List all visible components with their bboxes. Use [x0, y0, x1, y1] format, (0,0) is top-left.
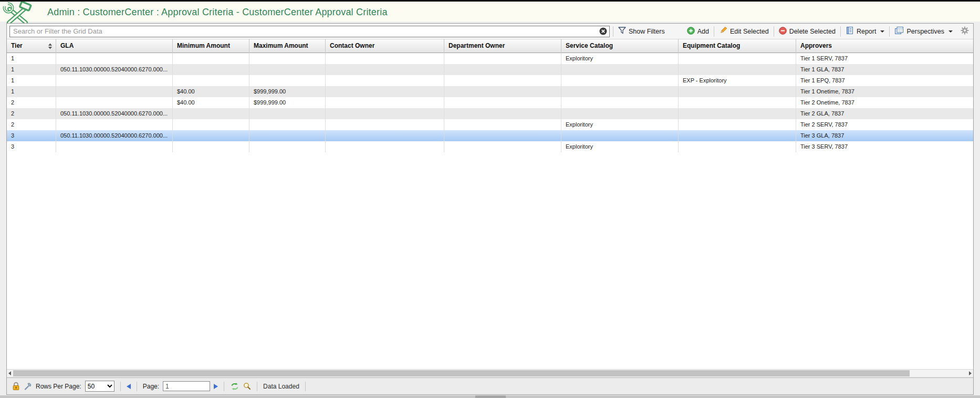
- report-button[interactable]: Report: [844, 25, 887, 37]
- perspectives-caret-icon: [948, 30, 953, 33]
- grid-cell: 3: [7, 130, 56, 141]
- grid-cell: Tier 3 GLA, 7837: [796, 130, 973, 141]
- window-horizontal-scrollbar[interactable]: [0, 395, 980, 398]
- column-header-label: Minimum Amount: [177, 42, 230, 49]
- grid-cell: [173, 64, 249, 75]
- table-row[interactable]: 3ExploritoryTier 3 SERV, 7837: [7, 141, 973, 152]
- grid-cell: [679, 86, 796, 97]
- table-row[interactable]: 1ExploritoryTier 1 SERV, 7837: [7, 53, 973, 64]
- table-row[interactable]: 2ExploritoryTier 2 SERV, 7837: [7, 119, 973, 130]
- footer-separator: [257, 382, 257, 391]
- grid-cell: 050.11.1030.00000.52040000.6270.000...: [56, 130, 173, 141]
- column-header-department-owner[interactable]: Department Owner: [444, 39, 561, 53]
- grid-cell: 1: [7, 64, 56, 75]
- toolbar-separator: [840, 26, 841, 37]
- column-header-gla[interactable]: GLA: [56, 39, 173, 53]
- delete-minus-icon: [779, 27, 787, 36]
- edit-selected-button[interactable]: Edit Selected: [717, 25, 770, 37]
- toolbar-separator: [889, 26, 890, 37]
- grid-cell: $40.00: [173, 86, 249, 97]
- column-header-contact-owner[interactable]: Contact Owner: [326, 39, 444, 53]
- toolbar-separator: [774, 26, 774, 37]
- grid-cell: [249, 119, 326, 130]
- show-filters-button[interactable]: Show Filters: [617, 26, 666, 37]
- window-scrollbar-thumb[interactable]: [475, 395, 506, 398]
- grid-cell: [444, 86, 561, 97]
- page-input[interactable]: [163, 381, 210, 391]
- grid-cell: $40.00: [173, 97, 249, 108]
- search-input[interactable]: [9, 26, 610, 37]
- sort-icon[interactable]: [48, 43, 53, 49]
- column-header-label: Department Owner: [449, 42, 505, 49]
- grid-cell: [561, 130, 679, 141]
- magnifier-icon[interactable]: [243, 382, 251, 390]
- table-row[interactable]: 2$40.00$999,999.00Tier 2 Onetime, 7837: [7, 97, 973, 108]
- grid-cell: Tier 2 GLA, 7837: [796, 108, 973, 119]
- report-label: Report: [857, 28, 877, 35]
- column-header-maximum-amount[interactable]: Maximum Amount: [249, 39, 326, 53]
- grid-toolbar: Show Filters Add Edi: [7, 24, 973, 39]
- grid-panel: Show Filters Add Edi: [6, 23, 974, 395]
- refresh-icon[interactable]: [230, 382, 239, 391]
- perspectives-icon: [894, 26, 904, 36]
- title-bar: Admin : CustomerCenter : Approval Criter…: [0, 0, 980, 22]
- add-button[interactable]: Add: [685, 26, 711, 37]
- table-row[interactable]: 1EXP - ExploritoryTier 1 EPQ, 7837: [7, 75, 973, 86]
- filter-funnel-icon: [618, 27, 626, 36]
- clear-search-icon[interactable]: [599, 27, 607, 37]
- grid-cell: [173, 75, 249, 86]
- settings-gear-icon[interactable]: [961, 26, 969, 37]
- grid-cell: [326, 130, 444, 141]
- column-header-service-catalog[interactable]: Service Catalog: [561, 39, 679, 53]
- column-header-equipment-catalog[interactable]: Equipment Catalog: [679, 39, 796, 53]
- column-header-label: Service Catalog: [566, 42, 613, 49]
- status-text: Data Loaded: [263, 383, 299, 390]
- next-page-button[interactable]: [214, 384, 218, 389]
- column-header-label: Approvers: [800, 42, 832, 49]
- wrench-icon[interactable]: [24, 382, 32, 391]
- grid-cell: [326, 64, 444, 75]
- grid-cell: [173, 141, 249, 152]
- grid-cell: [326, 108, 444, 119]
- grid-cell: [249, 130, 326, 141]
- table-row[interactable]: 2050.11.1030.00000.52040000.6270.000...T…: [7, 108, 973, 119]
- table-row[interactable]: 1050.11.1030.00000.52040000.6270.000...T…: [7, 64, 973, 75]
- grid-cell: [679, 130, 796, 141]
- grid-cell: [561, 97, 679, 108]
- grid-cell: [249, 53, 326, 64]
- table-row[interactable]: 3050.11.1030.00000.52040000.6270.000...T…: [7, 130, 973, 141]
- horizontal-scrollbar[interactable]: [7, 369, 973, 378]
- grid-cell: [561, 75, 679, 86]
- scroll-right-arrow-icon[interactable]: [969, 371, 972, 375]
- grid-cell: [249, 108, 326, 119]
- table-row[interactable]: 1$40.00$999,999.00Tier 1 Onetime, 7837: [7, 86, 973, 97]
- grid-cell: [56, 86, 173, 97]
- column-header-tier[interactable]: Tier: [7, 39, 56, 53]
- scroll-left-arrow-icon[interactable]: [8, 371, 11, 375]
- delete-selected-button[interactable]: Delete Selected: [777, 26, 837, 37]
- lock-icon[interactable]: [12, 382, 20, 391]
- rows-per-page-select[interactable]: 50: [85, 381, 114, 392]
- grid-cell: [444, 64, 561, 75]
- grid-cell: [173, 130, 249, 141]
- search-wrap: [9, 26, 610, 37]
- grid-cell: Tier 1 SERV, 7837: [796, 53, 973, 64]
- column-header-minimum-amount[interactable]: Minimum Amount: [173, 39, 249, 53]
- grid-cell: [679, 108, 796, 119]
- grid-cell: [326, 75, 444, 86]
- grid-cell: Tier 2 SERV, 7837: [796, 119, 973, 130]
- grid-header-row: TierGLAMinimum AmountMaximum AmountConta…: [7, 39, 973, 53]
- grid-cell: [679, 119, 796, 130]
- grid-cell: Tier 2 Onetime, 7837: [796, 97, 973, 108]
- grid-cell: 2: [7, 108, 56, 119]
- column-header-approvers[interactable]: Approvers: [796, 39, 973, 53]
- scrollbar-thumb[interactable]: [13, 370, 910, 376]
- grid-cell: [173, 119, 249, 130]
- grid-cell: [444, 97, 561, 108]
- perspectives-button[interactable]: Perspectives: [893, 25, 954, 37]
- grid-cell: [679, 141, 796, 152]
- previous-page-button[interactable]: [127, 384, 131, 389]
- grid-cell: Exploritory: [561, 141, 679, 152]
- scrollbar-track[interactable]: [13, 370, 967, 376]
- grid-cell: [249, 64, 326, 75]
